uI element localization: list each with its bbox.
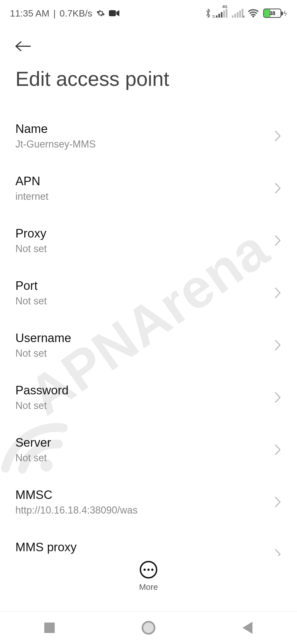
bottom-action-bar: More bbox=[0, 556, 297, 611]
row-username[interactable]: Username Not set bbox=[15, 319, 282, 371]
row-value: Not set bbox=[15, 400, 68, 411]
row-name[interactable]: Name Jt-Guernsey-MMS bbox=[15, 110, 282, 162]
more-label: More bbox=[139, 582, 158, 592]
row-value: Not set bbox=[15, 452, 51, 464]
status-right: 4G ⇅ × 38 𐓏 bbox=[205, 8, 287, 18]
row-server[interactable]: Server Not set bbox=[15, 424, 282, 476]
page-title: Edit access point bbox=[15, 67, 282, 91]
chevron-right-icon bbox=[274, 130, 282, 142]
battery-percent: 38 bbox=[264, 10, 280, 17]
row-value: Jt-Guernsey-MMS bbox=[15, 138, 96, 150]
chevron-right-icon bbox=[274, 339, 282, 351]
chevron-right-icon bbox=[274, 182, 282, 194]
signal-1-label: 4G bbox=[222, 4, 227, 9]
row-value: Not set bbox=[15, 348, 71, 359]
circle-icon bbox=[142, 621, 155, 635]
nav-back-button[interactable] bbox=[220, 617, 275, 639]
chevron-right-icon bbox=[274, 392, 282, 403]
arrow-left-icon bbox=[15, 41, 31, 52]
status-left: 11:35 AM | 0.7KB/s bbox=[10, 8, 119, 19]
row-label: APN bbox=[15, 174, 48, 188]
svg-point-2 bbox=[252, 15, 254, 17]
row-value: Not set bbox=[15, 295, 47, 307]
square-icon bbox=[44, 623, 55, 633]
row-label: Port bbox=[15, 279, 47, 293]
row-label: Proxy bbox=[15, 227, 47, 240]
row-proxy[interactable]: Proxy Not set bbox=[15, 214, 282, 267]
nav-home-button[interactable] bbox=[121, 617, 176, 639]
row-value: internet bbox=[15, 191, 48, 202]
row-value: Not set bbox=[15, 243, 47, 255]
wifi-status-icon bbox=[248, 9, 259, 18]
row-label: Password bbox=[15, 383, 68, 397]
status-bar: 11:35 AM | 0.7KB/s 4G ⇅ × 38 bbox=[0, 0, 297, 20]
chevron-right-icon bbox=[274, 496, 282, 508]
row-password[interactable]: Password Not set bbox=[15, 371, 282, 424]
chevron-right-icon bbox=[274, 287, 282, 299]
no-signal-x-icon: × bbox=[243, 14, 245, 19]
charging-bolt-icon: 𐓏 bbox=[283, 9, 287, 18]
more-icon bbox=[140, 561, 157, 578]
triangle-left-icon bbox=[243, 622, 252, 634]
chevron-right-icon bbox=[274, 235, 282, 246]
signal-1-icon: 4G ⇅ bbox=[216, 9, 227, 18]
status-time: 11:35 AM bbox=[10, 8, 50, 19]
row-apn[interactable]: APN internet bbox=[15, 162, 282, 214]
nav-recent-button[interactable] bbox=[22, 617, 77, 639]
settings-list: Name Jt-Guernsey-MMS APN internet Proxy … bbox=[0, 110, 297, 580]
more-button[interactable]: More bbox=[139, 556, 158, 592]
svg-rect-1 bbox=[109, 10, 116, 16]
system-nav-bar bbox=[0, 611, 297, 644]
row-label: MMS proxy bbox=[15, 540, 76, 554]
back-button[interactable] bbox=[13, 36, 33, 56]
header: Edit access point bbox=[0, 20, 297, 91]
battery-indicator: 38 𐓏 bbox=[263, 9, 287, 18]
data-arrows-icon: ⇅ bbox=[212, 14, 215, 19]
row-mmsc[interactable]: MMSC http://10.16.18.4:38090/was bbox=[15, 476, 282, 528]
gear-icon bbox=[96, 9, 105, 18]
camera-icon bbox=[109, 9, 119, 17]
row-label: MMSC bbox=[15, 488, 138, 502]
row-value: http://10.16.18.4:38090/was bbox=[15, 504, 138, 516]
row-port[interactable]: Port Not set bbox=[15, 267, 282, 319]
row-label: Server bbox=[15, 436, 51, 449]
bluetooth-icon bbox=[205, 8, 211, 18]
chevron-right-icon bbox=[274, 444, 282, 455]
row-label: Username bbox=[15, 331, 71, 345]
row-label: Name bbox=[15, 122, 96, 136]
signal-2-icon: × bbox=[232, 9, 243, 18]
battery-icon: 38 bbox=[263, 9, 281, 18]
status-net-speed: 0.7KB/s bbox=[60, 8, 92, 19]
status-separator: | bbox=[53, 8, 56, 19]
